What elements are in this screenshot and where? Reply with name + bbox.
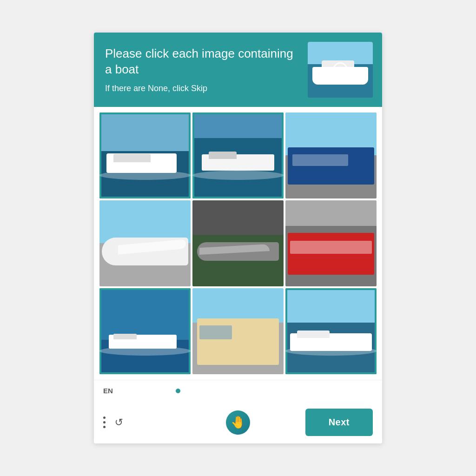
- grid-cell-1[interactable]: [99, 112, 191, 198]
- captcha-title: Please click each image containing a boa…: [105, 46, 300, 78]
- boat-wake-3: [99, 346, 191, 356]
- bottom-left-controls: ↻: [103, 416, 193, 429]
- language-label[interactable]: EN: [103, 387, 113, 395]
- plus-icon: +: [333, 62, 348, 77]
- hand-button[interactable]: 🤚: [226, 410, 250, 435]
- header-text: Please click each image containing a boa…: [105, 46, 300, 94]
- progress-dot-container: [113, 389, 243, 393]
- captcha-header: Please click each image containing a boa…: [94, 33, 382, 107]
- refresh-button[interactable]: ↻: [115, 416, 123, 429]
- menu-button[interactable]: [103, 416, 106, 428]
- grid-cell-7[interactable]: [99, 288, 191, 374]
- bottom-right: Next: [283, 409, 373, 436]
- boat-wake-1: [99, 171, 191, 180]
- next-button[interactable]: Next: [305, 409, 373, 436]
- image-grid: [94, 107, 382, 380]
- grid-cell-5[interactable]: [192, 200, 284, 286]
- bottom-bar: ↻ 🤚 Next: [94, 401, 382, 443]
- grid-cell-8[interactable]: [192, 288, 284, 374]
- menu-dot-2: [103, 421, 106, 423]
- captcha-subtitle: If there are None, click Skip: [105, 84, 300, 93]
- hand-symbol: 🤚: [231, 415, 245, 430]
- grid-cell-6[interactable]: [285, 200, 377, 286]
- menu-dot-1: [103, 416, 106, 419]
- captcha-widget: Please click each image containing a boa…: [94, 33, 382, 443]
- boat-wake-4: [285, 346, 377, 356]
- grid-cell-9[interactable]: [285, 288, 377, 374]
- bottom-center: 🤚: [193, 410, 283, 435]
- grid-cell-3[interactable]: [285, 112, 377, 198]
- boat-wake-2: [192, 171, 284, 180]
- header-example-image: +: [308, 42, 373, 98]
- progress-dot: [176, 389, 180, 393]
- grid-cell-4[interactable]: [99, 200, 191, 286]
- grid-cell-2[interactable]: [192, 112, 284, 198]
- footer-bar: EN: [94, 380, 382, 401]
- menu-dot-3: [103, 426, 106, 428]
